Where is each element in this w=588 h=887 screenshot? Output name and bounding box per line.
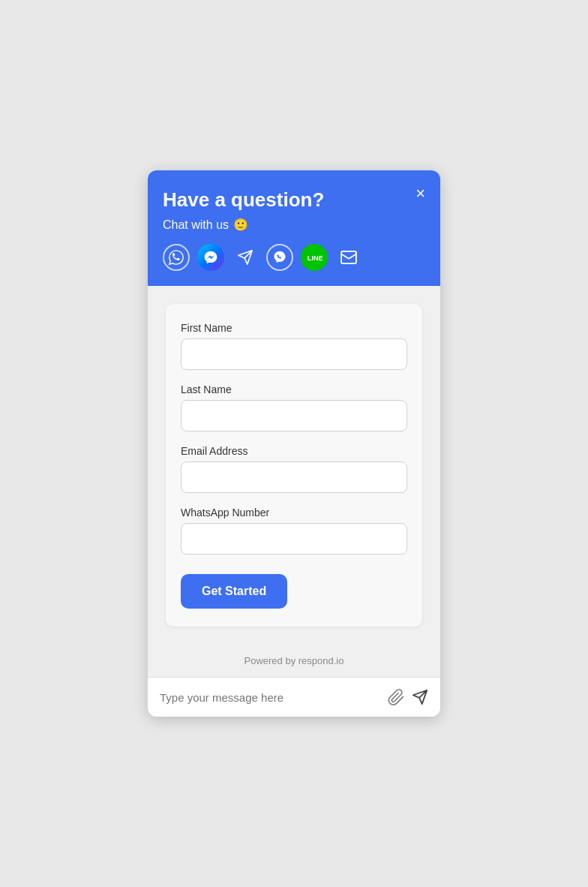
whatsapp-input[interactable] xyxy=(181,523,407,555)
get-started-button[interactable]: Get Started xyxy=(181,574,287,609)
powered-by-text: Powered by respond.io xyxy=(244,655,344,666)
close-button[interactable]: × xyxy=(416,185,425,202)
widget-header: Have a question? × Chat with us 🙂 xyxy=(148,170,440,286)
subtitle-text: Chat with us xyxy=(163,218,229,232)
form-card: First Name Last Name Email Address Whats… xyxy=(166,304,422,627)
whatsapp-group: WhatsApp Number xyxy=(181,507,407,555)
message-input-area xyxy=(148,677,440,717)
first-name-label: First Name xyxy=(181,322,407,334)
widget-subtitle: Chat with us 🙂 xyxy=(163,218,425,232)
last-name-label: Last Name xyxy=(181,383,407,395)
messenger-icon[interactable] xyxy=(197,244,224,271)
email-input[interactable] xyxy=(181,462,407,493)
first-name-group: First Name xyxy=(181,322,407,370)
email-label: Email Address xyxy=(181,445,407,457)
viber-icon[interactable] xyxy=(266,244,293,271)
line-icon[interactable]: LINE xyxy=(301,244,328,271)
whatsapp-label: WhatsApp Number xyxy=(181,507,407,519)
chat-widget: Have a question? × Chat with us 🙂 xyxy=(148,170,440,717)
form-area: First Name Last Name Email Address Whats… xyxy=(148,286,440,645)
widget-title: Have a question? xyxy=(163,188,425,212)
send-button[interactable] xyxy=(412,689,428,705)
message-input[interactable] xyxy=(160,691,380,704)
last-name-group: Last Name xyxy=(181,383,407,431)
whatsapp-icon[interactable] xyxy=(163,244,190,271)
emoji-icon: 🙂 xyxy=(233,218,248,232)
email-group: Email Address xyxy=(181,445,407,493)
svg-rect-1 xyxy=(341,251,356,263)
last-name-input[interactable] xyxy=(181,400,407,431)
powered-by: Powered by respond.io xyxy=(148,645,440,677)
svg-text:LINE: LINE xyxy=(308,254,322,262)
attach-button[interactable] xyxy=(388,688,404,706)
first-name-input[interactable] xyxy=(181,338,407,370)
paperclip-icon xyxy=(388,688,404,706)
email-icon[interactable] xyxy=(335,244,362,271)
telegram-icon[interactable] xyxy=(232,244,259,271)
chat-icons-row: LINE xyxy=(163,244,425,271)
send-icon xyxy=(412,689,428,705)
